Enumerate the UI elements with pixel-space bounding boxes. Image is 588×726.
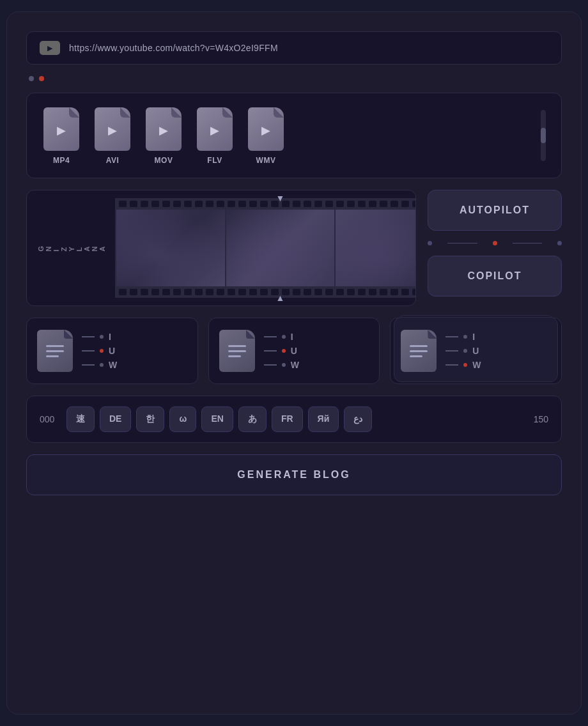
lang-btn-ko[interactable]: 한 [136,406,164,432]
doc1-option-u: U [82,346,118,356]
doc3-format-options: I U W [445,332,481,370]
film-hole [347,201,355,207]
film-hole [293,201,300,207]
film-hole [217,289,224,295]
film-hole [401,201,409,207]
url-bar[interactable]: https://www.youtube.com/watch?v=W4xO2eI9… [26,31,562,65]
film-hole [249,289,257,295]
film-hole [173,201,181,207]
film-hole [195,201,203,207]
doc-option-1[interactable]: I U W [26,318,198,384]
avi-icon-shape: ▶ [95,107,130,151]
film-hole [347,289,355,295]
dot-i-2 [282,335,286,339]
film-hole [401,289,409,295]
doc-option-3[interactable]: I U W [390,318,562,384]
dot-w-3 [463,363,467,367]
format-icons-list: ▶ MP4 ▶ AVI ▶ [42,106,528,165]
app-container: https://www.youtube.com/watch?v=W4xO2eI9… [6,12,582,714]
mov-play-icon: ▶ [159,123,168,137]
doc-line-short [46,355,59,357]
doc-line [410,345,428,347]
film-hole [412,289,416,295]
film-cursor-bottom: ▲ [276,293,285,303]
film-hole [380,289,387,295]
film-strip-panel: ANALYZING ▼ [26,190,416,306]
film-hole [151,201,159,207]
film-hole [314,201,322,207]
connector-dots [428,238,562,248]
dot-red [39,76,44,81]
wmv-play-icon: ▶ [261,123,270,137]
format-scrollbar[interactable] [541,110,546,161]
format-avi[interactable]: ▶ AVI [93,106,132,165]
mov-icon-shape: ▶ [146,107,182,151]
lang-min-count: 000 [40,414,59,424]
film-hole [195,289,203,295]
label-w-2: W [291,360,300,370]
film-hole [238,201,246,207]
doc1-format-options: I U W [82,332,118,370]
label-i-3: I [472,332,476,342]
film-holes-top [115,198,416,210]
flv-play-icon: ▶ [210,123,219,137]
doc3-option-u: U [445,346,481,356]
doc-line [410,350,428,352]
film-frames [115,210,416,286]
doc-line-short [410,355,422,357]
lang-btn-de[interactable]: DE [100,406,131,432]
format-mov[interactable]: ▶ MOV [144,106,183,165]
film-hole [325,289,333,295]
doc-option-2[interactable]: I U W [208,318,380,384]
avi-play-icon: ▶ [108,123,117,137]
lang-btn-en[interactable]: EN [201,406,233,432]
film-frame-3 [336,210,416,286]
flv-icon-shape: ▶ [197,107,233,151]
mov-label: MOV [155,156,173,165]
label-u-3: U [472,346,479,356]
autopilot-button[interactable]: AUTOPILOT [428,190,562,231]
mp4-icon-shape: ▶ [43,107,79,151]
format-mp4[interactable]: ▶ MP4 [42,106,81,165]
doc1-option-w: W [82,360,118,370]
connector-dot-right [557,241,562,245]
dots-row [26,76,562,81]
lang-btn-ja[interactable]: あ [238,406,267,432]
film-hole [141,289,148,295]
lang-btn-zh[interactable]: 速 [66,406,95,432]
label-i-2: I [291,332,294,342]
lang-btn-ru[interactable]: Яй [308,406,339,432]
lang-btn-omega[interactable]: ω [169,406,196,432]
doc-line [46,345,64,347]
doc-icon-2 [219,330,255,372]
dot-i-3 [463,335,467,339]
film-hole [184,289,192,295]
lang-btn-fr[interactable]: FR [272,406,303,432]
connector-dot-left [428,241,432,245]
pilot-buttons: AUTOPILOT COPILOT [428,190,562,306]
doc-lines-3 [410,345,428,357]
film-hole [162,289,170,295]
mp4-file-icon: ▶ [42,106,81,152]
doc3-option-i: I [445,332,481,342]
film-hole [391,289,398,295]
doc-line [46,350,64,352]
doc2-option-i: I [264,332,300,342]
connector-line [513,243,543,244]
film-hole [336,289,344,295]
copilot-button[interactable]: COPILOT [428,256,562,297]
film-hole [184,201,192,207]
generate-blog-button[interactable]: GENERATE BLOG [26,454,562,495]
wmv-icon-shape: ▶ [248,107,284,151]
lang-btn-ar[interactable]: دع [344,406,372,432]
doc-options-row: I U W [26,318,562,384]
analyzing-label: ANALYZING [35,245,109,252]
format-wmv[interactable]: ▶ WMV [247,106,285,165]
film-hole [314,289,322,295]
dot-u-2 [282,349,286,353]
connector-line [447,243,477,244]
analysis-row: ANALYZING ▼ [26,190,562,306]
film-hole [412,201,416,207]
format-flv[interactable]: ▶ FLV [196,106,234,165]
dot-u-1 [100,349,104,353]
